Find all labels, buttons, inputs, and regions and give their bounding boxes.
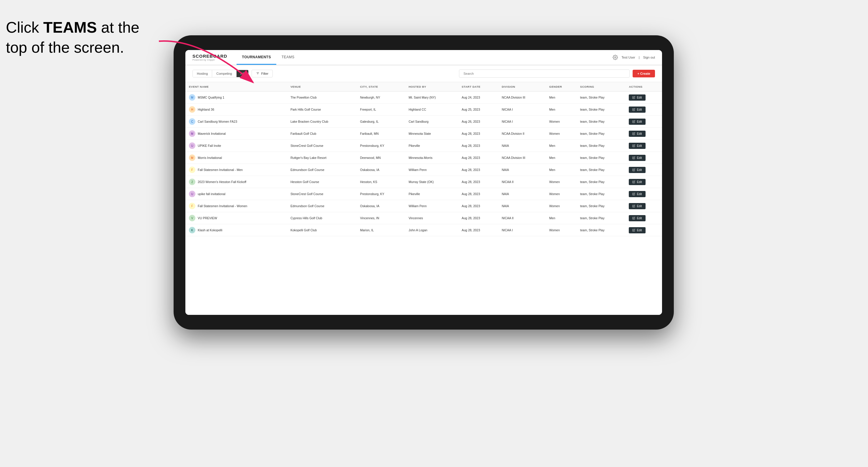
cell-gender: Women [546,128,577,140]
cell-division: NAIA [498,164,546,176]
table-wrapper: EVENT NAME VENUE CITY, STATE HOSTED BY S… [185,82,662,315]
cell-gender: Men [546,140,577,152]
cell-scoring: team, Stroke Play [577,188,625,200]
cell-actions: Edit [625,103,662,116]
edit-button[interactable]: Edit [629,215,645,221]
event-icon: K [189,227,195,234]
event-icon: C [189,118,195,125]
cell-city-state: Galesburg, IL [356,116,405,128]
edit-button[interactable]: Edit [629,143,645,149]
filter-competing-button[interactable]: Competing [212,70,236,77]
cell-division: NAIA [498,200,546,212]
cell-actions: Edit [625,116,662,128]
cell-hosted-by: Minnesota-Morris [405,152,458,164]
col-actions: ACTIONS [625,82,662,92]
cell-venue: Faribault Golf Club [287,128,356,140]
cell-division: NAIA [498,188,546,200]
col-start-date: START DATE [458,82,498,92]
col-city-state: CITY, STATE [356,82,405,92]
filter-icon [256,72,259,75]
edit-button[interactable]: Edit [629,227,645,234]
tournaments-table: EVENT NAME VENUE CITY, STATE HOSTED BY S… [185,82,662,236]
sign-out-link[interactable]: Sign out [643,56,655,59]
filter-hosting-button[interactable]: Hosting [193,70,212,77]
tab-teams[interactable]: TEAMS [276,50,300,65]
edit-button[interactable]: Edit [629,203,645,209]
cell-venue: Ruttger's Bay Lake Resort [287,152,356,164]
cell-hosted-by: Murray State (OK) [405,176,458,188]
table-row: M MSMC Qualifying 1 The Powelton Club Ne… [185,92,662,103]
cell-city-state: Prestonsburg, KY [356,188,405,200]
event-icon: F [189,203,195,209]
cell-start-date: Aug 25, 2023 [458,103,498,116]
cell-event-name: U UPIKE Fall Invite [185,140,287,152]
cell-hosted-by: Highland CC [405,103,458,116]
tablet-screen: SCOREBOARD Powered by Clippit TOURNAMENT… [185,50,662,315]
create-button[interactable]: + Create [632,70,655,77]
col-gender: GENDER [546,82,577,92]
edit-button[interactable]: Edit [629,119,645,125]
cell-start-date: Aug 28, 2023 [458,212,498,224]
cell-hosted-by: John A Logan [405,224,458,236]
cell-scoring: team, Stroke Play [577,128,625,140]
cell-start-date: Aug 28, 2023 [458,152,498,164]
edit-button[interactable]: Edit [629,179,645,185]
event-name-text: Fall Statesmen Invitational - Men [198,168,243,172]
cell-city-state: Oskaloosa, IA [356,164,405,176]
cell-start-date: Aug 26, 2023 [458,116,498,128]
edit-icon [632,229,635,231]
event-name-text: Carl Sandburg Women FA23 [198,120,237,123]
cell-scoring: team, Stroke Play [577,116,625,128]
cell-division: NICAA II [498,176,546,188]
event-name-text: Maverick Invitational [198,132,226,135]
logo-area: SCOREBOARD Powered by Clippit [192,54,227,61]
filter-button-group: Hosting Competing All [192,70,249,77]
event-name-text: upike fall invitational [198,192,225,196]
cell-hosted-by: Pikeville [405,188,458,200]
edit-button[interactable]: Edit [629,106,645,113]
search-input[interactable] [459,69,630,78]
cell-hosted-by: Carl Sandburg [405,116,458,128]
main-content: Hosting Competing All Filter + Create [185,65,662,315]
table-row: C Carl Sandburg Women FA23 Lake Bracken … [185,116,662,128]
col-scoring: SCORING [577,82,625,92]
event-name-text: Fall Statesmen Invitational - Women [198,204,247,208]
cell-event-name: K Klash at Kokopelli [185,224,287,236]
cell-scoring: team, Stroke Play [577,212,625,224]
tab-tournaments[interactable]: TOURNAMENTS [237,50,276,65]
event-name-text: VU PREVIEW [198,216,217,220]
instruction-text-part1: Click [6,19,43,36]
cell-division: NICAA I [498,116,546,128]
edit-button[interactable]: Edit [629,191,645,197]
cell-division: NCAA Division III [498,152,546,164]
edit-icon [632,132,635,135]
cell-scoring: team, Stroke Play [577,164,625,176]
cell-gender: Men [546,164,577,176]
edit-button[interactable]: Edit [629,94,645,101]
table-row: F Fall Statesmen Invitational - Women Ed… [185,200,662,212]
edit-button[interactable]: Edit [629,131,645,137]
edit-icon [632,144,635,147]
cell-actions: Edit [625,212,662,224]
svg-point-1 [615,57,616,58]
edit-button[interactable]: Edit [629,155,645,161]
logo-subtitle: Powered by Clippit [192,59,227,61]
edit-icon [632,96,635,99]
table-row: M Maverick Invitational Faribault Golf C… [185,128,662,140]
cell-division: NICAA I [498,224,546,236]
cell-division: NICAA II [498,212,546,224]
cell-city-state: Prestonsburg, KY [356,140,405,152]
filter-icon-button[interactable]: Filter [252,70,273,77]
cell-hosted-by: William Penn [405,200,458,212]
cell-venue: Lake Bracken Country Club [287,116,356,128]
edit-icon [632,168,635,171]
gear-icon[interactable] [613,55,618,60]
event-name-text: Morris Invitational [198,156,222,159]
cell-actions: Edit [625,224,662,236]
edit-button[interactable]: Edit [629,167,645,173]
event-icon: U [189,143,195,149]
filter-all-button[interactable]: All [237,70,248,77]
event-name-text: Highland 36 [198,108,214,111]
table-row: 2 2023 Women's Hesston Fall Kickoff Hess… [185,176,662,188]
cell-venue: Park Hills Golf Course [287,103,356,116]
